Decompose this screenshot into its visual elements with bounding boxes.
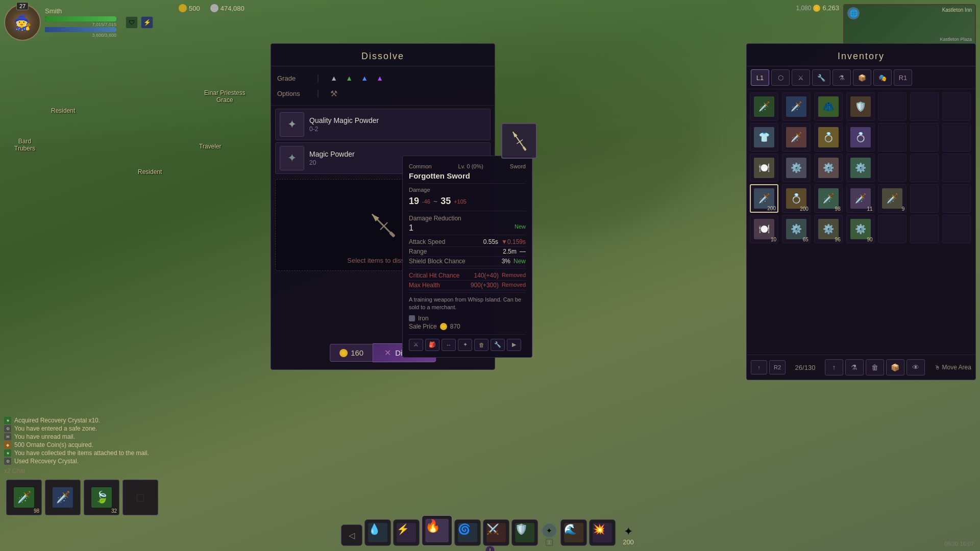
dissolve-item-row-0[interactable]: ✦ Quality Magic Powder 0-2	[275, 109, 491, 140]
chat-icon-4: ★	[4, 449, 11, 457]
inv-slot-21[interactable]: 🗡️ 200	[750, 184, 778, 213]
inv-tab-potion[interactable]: ⚗	[832, 69, 851, 86]
inv-tab-misc[interactable]: 📦	[853, 69, 871, 86]
inv-slot-26[interactable]	[910, 184, 939, 213]
hotbar-slot-6[interactable]: 🛡️	[511, 519, 538, 546]
inv-slot-9[interactable]: 💍	[814, 123, 843, 152]
inv-slot-33[interactable]	[910, 215, 939, 243]
item-description: A training weapon from Whisp Island. Can…	[409, 296, 526, 312]
damage-old: -46	[422, 198, 430, 205]
inv-slot-13[interactable]	[942, 123, 971, 152]
hotbar-slot-4[interactable]: 🌀	[454, 519, 481, 546]
inv-slot-1[interactable]: 🗡️	[782, 92, 811, 121]
quick-slot-0[interactable]: 🗡️ 98	[6, 480, 42, 515]
hotbar-slot-5[interactable]: ⚔️	[483, 519, 509, 546]
inv-icon-10: 💍	[850, 127, 871, 147]
inv-slot-30[interactable]: ⚙️ 96	[814, 215, 843, 243]
action-btn-move[interactable]: ↔	[442, 339, 456, 351]
inv-slot-15[interactable]: ⚙️	[782, 154, 811, 182]
quick-slot-1[interactable]: 🗡️	[45, 480, 81, 515]
inv-slot-25[interactable]: 🗡️ 9	[878, 184, 906, 213]
quick-slot-icon-2: 🍃	[91, 487, 112, 508]
inv-tab-costume[interactable]: 🎭	[873, 69, 892, 86]
action-btn-repair[interactable]: 🔧	[491, 339, 505, 351]
inv-slot-23[interactable]: 🗡️ 98	[814, 184, 843, 213]
inv-slot-3[interactable]: 🛡️	[846, 92, 875, 121]
special-icon[interactable]: ✦	[542, 523, 556, 538]
inv-tab-weapon[interactable]: ⚔	[792, 69, 810, 86]
action-btn-eye[interactable]: 👁	[906, 359, 925, 375]
hotbar-slot-8[interactable]: 💥	[589, 519, 616, 546]
inv-slot-10[interactable]: 💍	[846, 123, 875, 152]
move-area-button[interactable]: 🖱 Move Area	[935, 364, 971, 371]
action-btn-equip[interactable]: ⚔	[409, 339, 423, 351]
ornate-coin-icon	[179, 4, 187, 12]
move-area-icon: 🖱	[935, 364, 940, 370]
inv-slot-16[interactable]: ⚙️	[814, 154, 843, 182]
inv-slot-0[interactable]: 🗡️	[750, 92, 778, 121]
hotbar-slot-3[interactable]: 🔥	[422, 515, 452, 546]
action-btn-up[interactable]: ↑	[825, 359, 843, 375]
dissolve-sword-slot	[362, 199, 403, 251]
inv-slot-22[interactable]: 💍 200	[782, 184, 811, 213]
quick-slot-3[interactable]: □	[122, 480, 158, 515]
attack-speed-values: 0.55s ▼0.159s	[483, 238, 526, 245]
action-btn-craft[interactable]: ⚗	[845, 359, 864, 375]
quick-slot-2[interactable]: 🍃 32	[84, 480, 119, 515]
inv-icon-0: 🗡️	[754, 96, 774, 117]
buff-icon-1: 🛡	[126, 16, 138, 29]
inv-slot-4[interactable]	[878, 92, 906, 121]
item-icon-0: ✦	[287, 118, 297, 131]
action-btn-store[interactable]: 🎒	[425, 339, 439, 351]
grade-icon-uncommon[interactable]: ▲	[344, 72, 355, 84]
action-btn-store2[interactable]: 📦	[886, 359, 904, 375]
inv-slot-20[interactable]	[942, 154, 971, 182]
inv-slot-19[interactable]	[910, 154, 939, 182]
chat-text-3: 500 Ornate Coin(s) acquired.	[14, 441, 93, 448]
inv-slot-28[interactable]: 🍽️ 10	[750, 215, 778, 243]
grade-icon-epic[interactable]: ▲	[374, 72, 385, 84]
inv-tab-R1[interactable]: R1	[894, 69, 912, 86]
inv-slot-29[interactable]: ⚙️ 65	[782, 215, 811, 243]
inv-tab-craft[interactable]: 🔧	[812, 69, 830, 86]
shield-block-values: 3% New	[502, 258, 526, 265]
inv-slot-7[interactable]: 👕	[750, 123, 778, 152]
inv-slot-18[interactable]	[878, 154, 906, 182]
attack-speed-row: Attack Speed 0.55s ▼0.159s	[409, 237, 526, 247]
inv-slot-27[interactable]	[942, 184, 971, 213]
action-btn-dissolve[interactable]: ✦	[458, 339, 472, 351]
inv-icon-8: 🗡️	[786, 127, 806, 147]
filter-btn-r2[interactable]: R2	[769, 360, 786, 374]
inv-count-24: 11	[867, 206, 872, 212]
inv-slot-8[interactable]: 🗡️	[782, 123, 811, 152]
action-btn-delete[interactable]: 🗑	[866, 359, 884, 375]
inv-slot-34[interactable]	[942, 215, 971, 243]
hotbar-slot-7[interactable]: 🌊	[560, 519, 587, 546]
hotbar-slot-2[interactable]: ⚡	[393, 519, 420, 546]
action-btn-trash[interactable]: 🗑	[474, 339, 488, 351]
inv-slot-14[interactable]: 🍽️	[750, 154, 778, 182]
damage-base: 19	[409, 196, 419, 207]
inv-slot-31[interactable]: ⚙️ 90	[846, 215, 875, 243]
inv-tab-L1[interactable]: L1	[751, 69, 769, 86]
inv-tab-all[interactable]: ⬡	[771, 69, 790, 86]
inv-slot-24[interactable]: 🗡️ 11	[846, 184, 875, 213]
grade-icon-rare[interactable]: ▲	[359, 72, 370, 84]
grade-icon-common[interactable]: ▲	[328, 72, 339, 84]
attack-speed-diff: ▼0.159s	[501, 238, 526, 245]
hotbar-center-info: ✦ 1	[542, 523, 556, 546]
inv-slot-12[interactable]	[910, 123, 939, 152]
inventory-count: 26/130	[795, 364, 816, 371]
chat-tabs[interactable]: x2 Chat	[4, 467, 229, 474]
inv-slot-11[interactable]	[878, 123, 906, 152]
filter-btn-sort[interactable]: ↑	[751, 360, 767, 374]
hotbar-slot-prev[interactable]: ◁	[341, 524, 362, 546]
hotbar-slot-1[interactable]: 💧	[364, 519, 391, 546]
action-btn-more[interactable]: ▶	[507, 339, 521, 351]
inv-slot-5[interactable]	[910, 92, 939, 121]
inv-slot-2[interactable]: 🧥	[814, 92, 843, 121]
option-icon-craft[interactable]: ⚒	[328, 88, 339, 99]
inv-slot-32[interactable]	[878, 215, 906, 243]
inv-slot-17[interactable]: ⚙️	[846, 154, 875, 182]
inv-slot-6[interactable]	[942, 92, 971, 121]
